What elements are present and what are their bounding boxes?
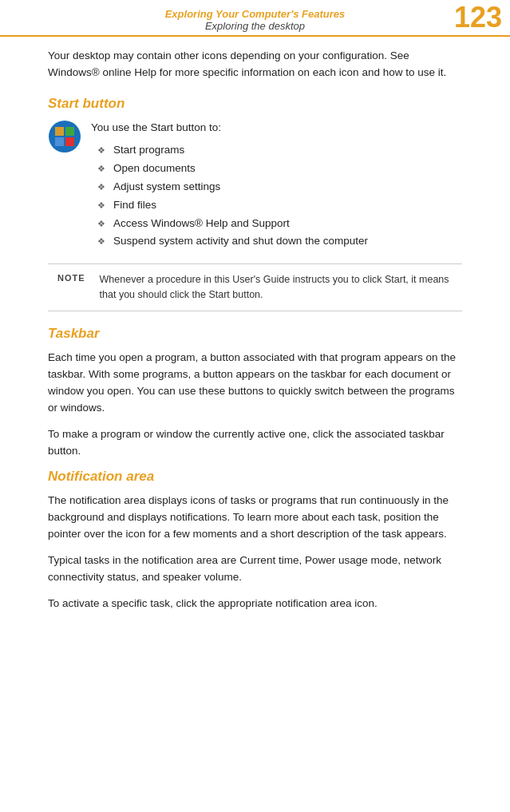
diamond-icon: ❖ bbox=[97, 161, 105, 176]
chapter-title: Exploring Your Computer's Features bbox=[165, 8, 346, 20]
list-item: ❖Start programs bbox=[97, 141, 462, 160]
start-use-text: You use the Start button to: bbox=[91, 120, 462, 137]
list-item: ❖Find files bbox=[97, 196, 462, 215]
start-button-title: Start button bbox=[48, 96, 462, 112]
taskbar-paragraph: To make a program or window the currentl… bbox=[48, 426, 462, 460]
notification-paragraph: To activate a specific task, click the a… bbox=[48, 596, 462, 612]
svg-point-0 bbox=[49, 121, 81, 152]
start-items-list: ❖Start programs❖Open documents❖Adjust sy… bbox=[97, 141, 462, 252]
diamond-icon: ❖ bbox=[97, 216, 105, 232]
taskbar-paragraph: Each time you open a program, a button a… bbox=[48, 350, 462, 417]
header-titles: Exploring Your Computer's Features Explo… bbox=[56, 8, 454, 32]
notification-area-body: The notification area displays icons of … bbox=[48, 493, 462, 612]
diamond-icon: ❖ bbox=[97, 198, 105, 213]
start-button-section: You use the Start button to: ❖Start prog… bbox=[48, 120, 462, 252]
notification-area-title: Notification area bbox=[48, 469, 462, 485]
page-header: Exploring Your Computer's Features Explo… bbox=[0, 0, 510, 37]
windows-logo-icon bbox=[48, 120, 81, 153]
section-title: Exploring the desktop bbox=[205, 20, 305, 32]
page-number: 123 bbox=[454, 3, 502, 32]
start-button-body: You use the Start button to: ❖Start prog… bbox=[91, 120, 462, 252]
diamond-icon: ❖ bbox=[97, 180, 105, 195]
note-text: Whenever a procedure in this User's Guid… bbox=[100, 272, 453, 303]
note-label: NOTE bbox=[57, 272, 85, 283]
list-item: ❖Adjust system settings bbox=[97, 178, 462, 196]
list-item: ❖Suspend system activity and shut down t… bbox=[97, 232, 462, 251]
notification-paragraph: Typical tasks in the notification area a… bbox=[48, 553, 462, 586]
diamond-icon: ❖ bbox=[97, 143, 105, 158]
intro-text: Your desktop may contain other icons dep… bbox=[48, 48, 462, 81]
list-item: ❖Open documents bbox=[97, 160, 462, 178]
taskbar-body: Each time you open a program, a button a… bbox=[48, 350, 462, 460]
list-item: ❖Access Windows® Help and Support bbox=[97, 215, 462, 233]
taskbar-title: Taskbar bbox=[48, 326, 462, 342]
diamond-icon: ❖ bbox=[97, 234, 105, 249]
page-content: Your desktop may contain other icons dep… bbox=[0, 37, 510, 633]
notification-paragraph: The notification area displays icons of … bbox=[48, 493, 462, 543]
note-box: NOTE Whenever a procedure in this User's… bbox=[48, 263, 462, 311]
